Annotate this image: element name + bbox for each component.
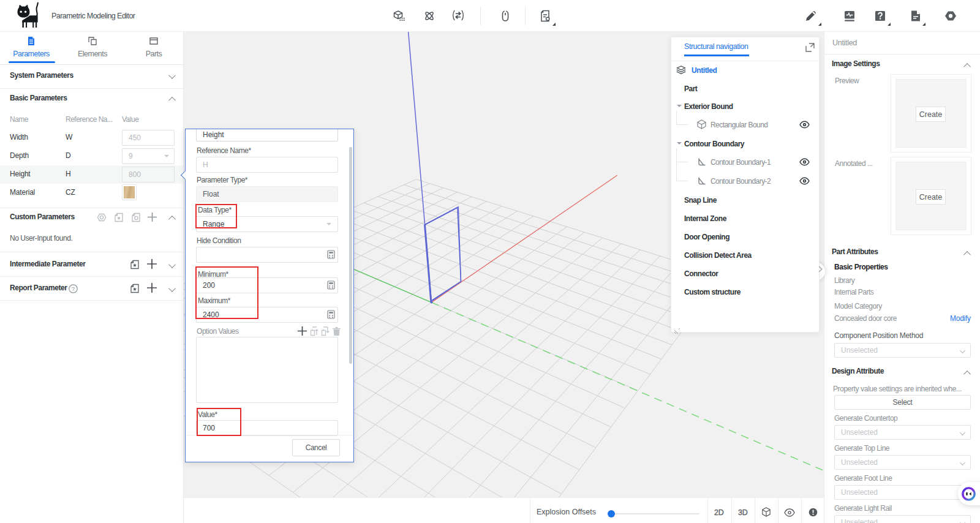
svg-text:?: ? [72,285,75,292]
